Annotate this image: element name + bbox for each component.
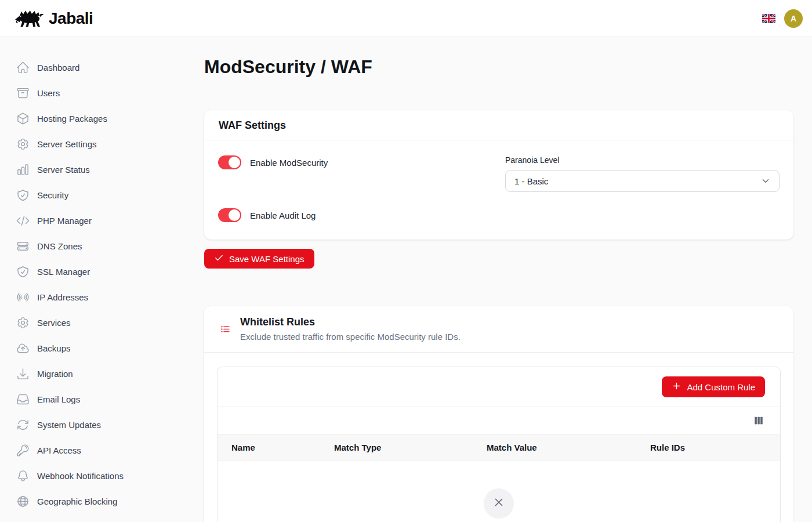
add-custom-rule-button[interactable]: Add Custom Rule [662, 376, 765, 397]
save-waf-settings-button[interactable]: Save WAF Settings [204, 249, 314, 269]
x-icon [492, 496, 505, 511]
sidebar-item-label: IP Addresses [37, 292, 88, 302]
bar-chart-icon [16, 163, 30, 176]
sidebar-item-geographic-blocking[interactable]: Geographic Blocking [0, 488, 204, 514]
sidebar-item-label: Geographic Blocking [37, 496, 117, 506]
sidebar-item-security[interactable]: Security [0, 182, 204, 208]
sidebar-item-webhook-notifications[interactable]: Webhook Notifications [0, 463, 204, 488]
table-empty-state [217, 461, 780, 519]
sidebar-item-users[interactable]: Users [0, 80, 204, 106]
top-bar: Jabali A [0, 0, 812, 37]
key-icon [16, 444, 30, 457]
enable-audit-log-toggle[interactable] [218, 208, 241, 222]
user-avatar[interactable]: A [784, 9, 803, 28]
sidebar-item-hosting-packages[interactable]: Hosting Packages [0, 106, 204, 131]
sidebar-item-backups[interactable]: Backups [0, 335, 204, 361]
code-icon [16, 214, 30, 227]
download-tray-icon [16, 367, 30, 380]
whitelist-rules-card: Whitelist Rules Exclude trusted traffic … [204, 306, 793, 522]
sidebar-item-label: System Updates [37, 420, 101, 430]
signal-icon [16, 291, 30, 304]
sidebar-item-label: DNS Zones [37, 241, 82, 251]
sidebar-item-email-logs[interactable]: Email Logs [0, 386, 204, 412]
paranoia-level-value: 1 - Basic [514, 176, 548, 186]
sidebar-item-label: API Access [37, 445, 81, 455]
sidebar-item-label: Server Status [37, 165, 90, 175]
enable-audit-log-label: Enable Audit Log [250, 211, 316, 220]
paranoia-level-field: Paranoia Level 1 - Basic [505, 155, 780, 192]
shield-check-icon [16, 265, 30, 278]
gear-icon [16, 137, 30, 151]
sidebar-item-label: Migration [37, 369, 73, 379]
sidebar-item-server-settings[interactable]: Server Settings [0, 131, 204, 157]
cloud-upload-icon [16, 342, 30, 355]
page-title: ModSecurity / WAF [204, 55, 793, 79]
list-bullet-icon [220, 324, 230, 334]
empty-state-circle [484, 488, 514, 519]
sidebar-item-label: Dashboard [37, 63, 79, 72]
sidebar-item-dashboard[interactable]: Dashboard [0, 55, 204, 80]
whitelist-table-card: Add Custom Rule NameMatch TypeMatch Valu… [217, 367, 781, 522]
column-header: Match Value [487, 443, 650, 452]
sidebar-item-label: Email Logs [37, 394, 80, 404]
sidebar-item-label: Webhook Notifications [37, 471, 124, 481]
bell-icon [16, 469, 30, 483]
refresh-icon [16, 418, 30, 432]
sidebar-item-system-updates[interactable]: System Updates [0, 412, 204, 437]
sidebar-item-php-manager[interactable]: PHP Manager [0, 208, 204, 233]
brand-logo[interactable]: Jabali [15, 8, 93, 29]
sidebar-item-label: SSL Manager [37, 267, 90, 277]
sidebar-item-ssl-manager[interactable]: SSL Manager [0, 259, 204, 284]
waf-settings-card: WAF Settings Enable ModSecurity Paranoia… [204, 110, 793, 240]
paranoia-level-label: Paranoia Level [505, 155, 780, 165]
server-stack-icon [16, 240, 30, 253]
sidebar-item-label: Users [37, 88, 60, 98]
sidebar-nav: Dashboard Users Hosting Packages Server … [0, 37, 204, 522]
sidebar-item-label: Security [37, 190, 68, 200]
column-header: Match Type [334, 443, 487, 452]
sidebar-item-label: Backups [37, 343, 71, 353]
chevron-down-icon [760, 176, 771, 186]
plus-icon [672, 381, 682, 393]
archive-box-icon [16, 86, 30, 100]
sidebar-item-server-status[interactable]: Server Status [0, 157, 204, 182]
brand-name: Jabali [49, 9, 93, 28]
boar-icon [15, 8, 44, 29]
sidebar-item-label: Hosting Packages [37, 114, 107, 124]
uk-flag-icon[interactable] [762, 14, 775, 23]
sidebar-item-label: Server Settings [37, 139, 97, 149]
sidebar-item-api-access[interactable]: API Access [0, 437, 204, 463]
sidebar-item-label: PHP Manager [37, 216, 92, 226]
main-content: ModSecurity / WAF WAF Settings Enable Mo… [204, 37, 812, 522]
gear-icon [16, 316, 30, 329]
column-header: Rule IDs [650, 443, 766, 452]
inbox-icon [16, 393, 30, 406]
sidebar-item-ip-addresses[interactable]: IP Addresses [0, 284, 204, 310]
sidebar-item-label: Services [37, 318, 71, 328]
whitelist-rules-subtitle: Exclude trusted traffic from specific Mo… [240, 332, 461, 342]
home-icon [16, 61, 30, 74]
globe-icon [16, 495, 30, 508]
paranoia-level-select[interactable]: 1 - Basic [505, 170, 780, 192]
sidebar-item-dns-zones[interactable]: DNS Zones [0, 233, 204, 259]
sidebar-item-migration[interactable]: Migration [0, 361, 204, 386]
shield-check-icon [16, 188, 30, 202]
sidebar-item-services[interactable]: Services [0, 310, 204, 335]
column-visibility-icon[interactable] [753, 415, 764, 426]
cube-icon [16, 112, 30, 125]
enable-modsecurity-toggle[interactable] [218, 155, 241, 169]
enable-modsecurity-label: Enable ModSecurity [250, 158, 328, 168]
check-icon [214, 253, 224, 264]
whitelist-rules-title: Whitelist Rules [240, 316, 461, 328]
waf-settings-title: WAF Settings [219, 119, 779, 132]
column-header: Name [231, 443, 334, 452]
table-header-row: NameMatch TypeMatch ValueRule IDs [217, 434, 780, 461]
